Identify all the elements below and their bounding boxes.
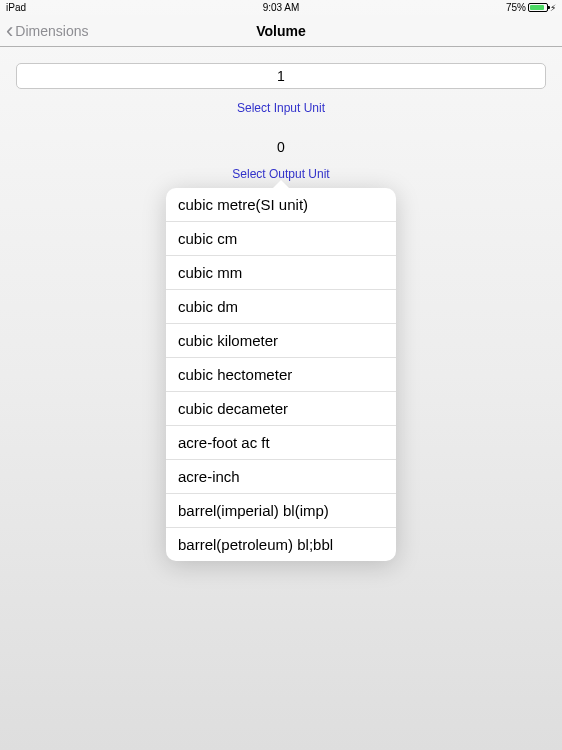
charging-icon: ⚡︎ — [550, 3, 556, 13]
battery-percent: 75% — [506, 2, 526, 13]
status-battery: 75% ⚡︎ — [506, 2, 556, 13]
unit-option[interactable]: cubic metre(SI unit) — [166, 188, 396, 222]
content-area: Select Input Unit 0 Select Output Unit — [0, 47, 562, 181]
unit-option[interactable]: cubic cm — [166, 222, 396, 256]
battery-icon — [528, 3, 548, 12]
select-output-unit-button[interactable]: Select Output Unit — [16, 167, 546, 181]
unit-option[interactable]: barrel(petroleum) bl;bbl — [166, 528, 396, 561]
unit-option[interactable]: cubic kilometer — [166, 324, 396, 358]
back-label: Dimensions — [15, 23, 88, 39]
unit-option[interactable]: cubic dm — [166, 290, 396, 324]
select-input-unit-button[interactable]: Select Input Unit — [16, 101, 546, 115]
output-value: 0 — [16, 139, 546, 155]
unit-option[interactable]: acre-foot ac ft — [166, 426, 396, 460]
back-button[interactable]: ‹ Dimensions — [0, 20, 88, 42]
chevron-left-icon: ‹ — [6, 20, 13, 42]
nav-bar: ‹ Dimensions Volume — [0, 15, 562, 47]
device-label: iPad — [6, 2, 26, 13]
unit-option[interactable]: cubic decameter — [166, 392, 396, 426]
status-time: 9:03 AM — [263, 2, 300, 13]
unit-option[interactable]: barrel(imperial) bl(imp) — [166, 494, 396, 528]
input-value-field[interactable] — [16, 63, 546, 89]
unit-option[interactable]: cubic hectometer — [166, 358, 396, 392]
status-bar: iPad 9:03 AM 75% ⚡︎ — [0, 0, 562, 15]
unit-popover: cubic metre(SI unit) cubic cm cubic mm c… — [166, 188, 396, 561]
unit-option[interactable]: acre-inch — [166, 460, 396, 494]
page-title: Volume — [256, 23, 306, 39]
unit-option[interactable]: cubic mm — [166, 256, 396, 290]
